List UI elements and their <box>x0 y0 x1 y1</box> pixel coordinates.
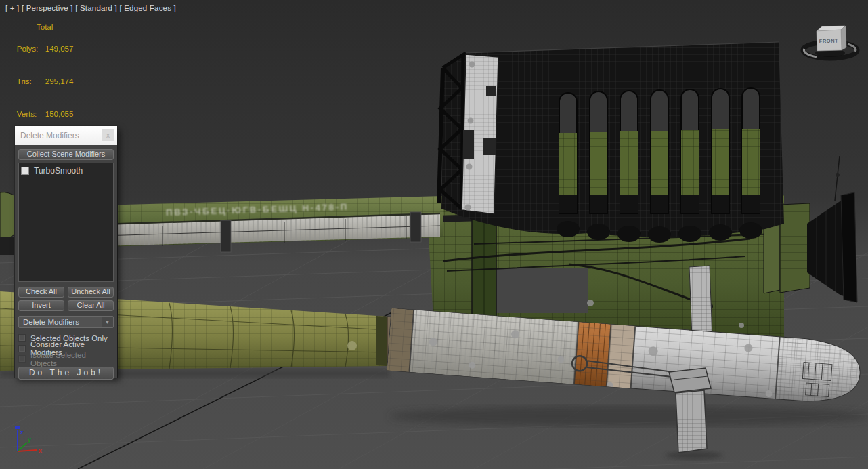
delete-modifiers-dialog: Delete Modifiers x Collect Scene Modifie… <box>15 126 117 378</box>
axis-y-label: y <box>28 436 31 443</box>
fin-bracket <box>669 368 711 392</box>
viewcube-right-face <box>841 26 846 50</box>
max-viewport: ПВЗ-ЧБЕЦ·ЮГВ-БЕШЦ Н-478-П <box>0 0 868 469</box>
uncheck-all-button[interactable]: Uncheck All <box>68 287 114 298</box>
isolate-selected-objects-checkbox <box>18 355 26 363</box>
arch-slots <box>559 88 760 213</box>
viewport-label[interactable]: [ + ] [ Perspective ] [ Standard ] [ Edg… <box>5 4 176 12</box>
viewcube-front-label: FRONT <box>819 38 839 45</box>
clear-all-button[interactable]: Clear All <box>68 300 114 311</box>
stats-row: Tris:295,174 <box>8 65 73 98</box>
viewport-canvas[interactable]: ПВЗ-ЧБЕЦ·ЮГВ-БЕШЦ Н-478-П <box>0 0 868 469</box>
check-all-button[interactable]: Check All <box>18 287 64 298</box>
modifier-list-item[interactable]: TurboSmooth <box>21 166 111 176</box>
stats-header: Total <box>37 23 53 31</box>
axis-z-label: z <box>20 429 24 436</box>
stats-row: Polys:149,057 <box>8 33 73 65</box>
collect-scene-modifiers-button[interactable]: Collect Scene Modifiers <box>18 149 114 160</box>
do-the-job-button[interactable]: Do The Job! <box>18 367 114 380</box>
consider-active-modifiers-checkbox[interactable] <box>18 345 26 352</box>
modifier-list[interactable]: TurboSmooth <box>18 163 114 282</box>
stats-row: Verts:150,055 <box>8 98 73 130</box>
close-icon[interactable]: x <box>102 129 114 141</box>
chevron-down-icon: ▼ <box>102 317 113 327</box>
modifier-checkbox[interactable] <box>21 167 29 175</box>
modifier-label: TurboSmooth <box>34 166 83 176</box>
dialog-title: Delete Modifiers <box>20 131 79 140</box>
action-dropdown[interactable]: Delete Modifiers ▼ <box>18 316 114 328</box>
axis-x-label: x <box>39 447 42 454</box>
dialog-titlebar[interactable]: Delete Modifiers x <box>15 126 117 145</box>
radiator-panel[interactable] <box>439 42 784 243</box>
option-isolate-selected-objects: Isolate Selected Objects <box>18 354 114 365</box>
selected-objects-only-checkbox[interactable] <box>18 334 26 342</box>
invert-button[interactable]: Invert <box>18 300 64 311</box>
